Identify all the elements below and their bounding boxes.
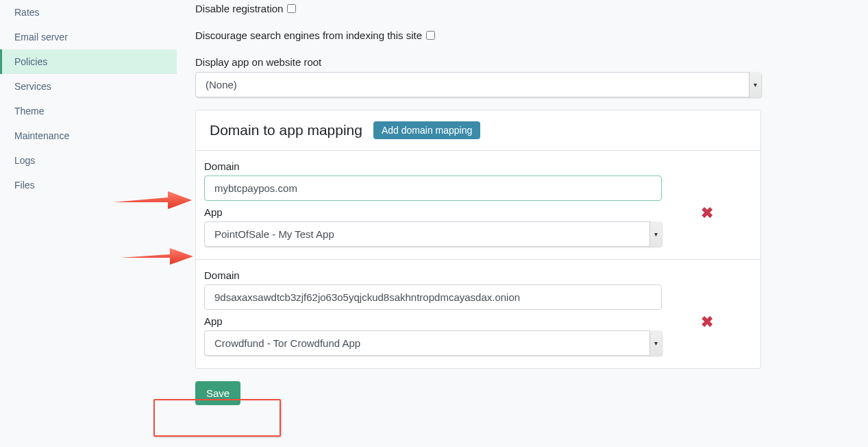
display-app-select-wrap: (None) ▾ [195, 72, 761, 97]
discourage-search-row: Discourage search engines from indexing … [195, 29, 762, 41]
domain-input[interactable] [204, 285, 662, 310]
mapping-row: Domain App PointOfSale - My Test App ▾ ✖ [196, 151, 760, 260]
save-button[interactable]: Save [195, 381, 240, 405]
card-header: Domain to app mapping Add domain mapping [196, 110, 760, 151]
sidebar-item-rates[interactable]: Rates [0, 0, 177, 25]
sidebar: Rates Email server Policies Services The… [0, 0, 177, 197]
domain-input[interactable] [204, 176, 662, 201]
domain-label: Domain [204, 160, 662, 172]
mapping-row: Domain App Crowdfund - Tor Crowdfund App… [196, 260, 760, 368]
sidebar-item-logs[interactable]: Logs [0, 148, 177, 173]
sidebar-item-services[interactable]: Services [0, 74, 177, 99]
annotation-arrow-icon [116, 244, 195, 269]
sidebar-item-maintenance[interactable]: Maintenance [0, 123, 177, 148]
disable-registration-row: Disable registration [195, 3, 762, 14]
app-select[interactable]: PointOfSale - My Test App [204, 221, 662, 247]
discourage-search-checkbox[interactable] [426, 31, 435, 40]
domain-label: Domain [204, 269, 662, 281]
domain-mapping-card: Domain to app mapping Add domain mapping… [195, 110, 761, 369]
sidebar-item-files[interactable]: Files [0, 173, 177, 197]
add-domain-mapping-button[interactable]: Add domain mapping [373, 121, 480, 139]
discourage-search-label: Discourage search engines from indexing … [195, 29, 422, 41]
main-content: Disable registration Discourage search e… [195, 0, 762, 419]
remove-icon[interactable]: ✖ [701, 315, 713, 330]
sidebar-item-policies[interactable]: Policies [0, 49, 177, 74]
disable-registration-checkbox[interactable] [287, 4, 296, 13]
sidebar-item-theme[interactable]: Theme [0, 99, 177, 123]
disable-registration-label: Disable registration [195, 3, 283, 14]
app-select[interactable]: Crowdfund - Tor Crowdfund App [204, 330, 662, 356]
card-title: Domain to app mapping [210, 122, 362, 138]
app-label: App [204, 206, 662, 218]
app-label: App [204, 315, 662, 327]
display-app-label: Display app on website root [195, 56, 762, 68]
display-app-select[interactable]: (None) [195, 72, 761, 97]
sidebar-item-email-server[interactable]: Email server [0, 25, 177, 49]
remove-icon[interactable]: ✖ [701, 206, 713, 221]
